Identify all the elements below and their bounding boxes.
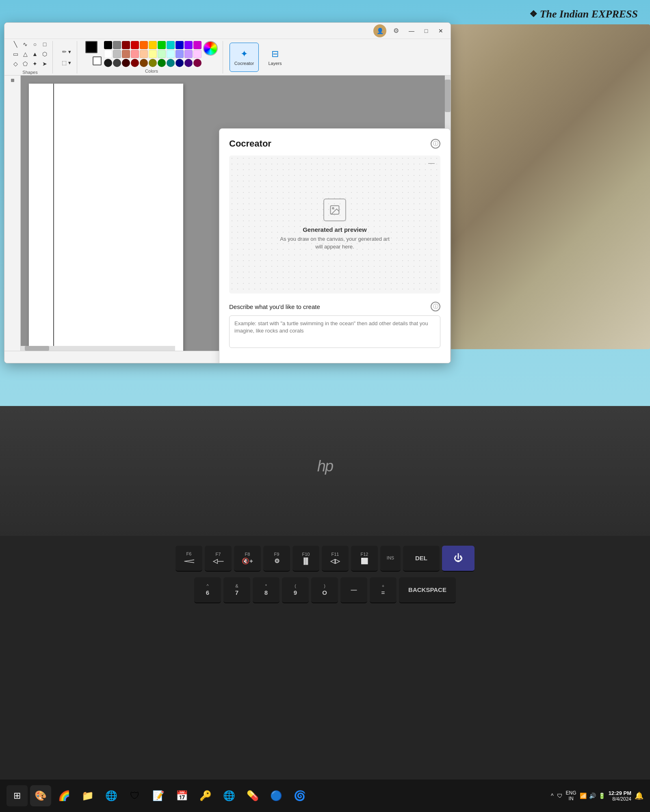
taskbar-icon-key[interactable]: 🔑 (195, 785, 216, 806)
language-indicator[interactable]: ENG IN (566, 790, 576, 802)
key-f10[interactable]: F10 ▐▌ (292, 546, 319, 572)
preview-minimize[interactable]: — (428, 160, 435, 167)
vertical-scrollbar-thumb[interactable] (445, 80, 451, 112)
color-picker-button[interactable] (203, 41, 218, 56)
color-swatch[interactable] (176, 59, 184, 67)
key-ins[interactable]: INS (380, 546, 401, 572)
color-swatch[interactable] (131, 59, 139, 67)
color-swatch[interactable] (184, 59, 193, 67)
line-tool[interactable]: ╲ (11, 40, 20, 49)
taskbar-icon-security[interactable]: 🛡 (124, 785, 145, 806)
key-f11[interactable]: F11 ◁▷ (322, 546, 349, 572)
horizontal-scrollbar-thumb[interactable] (25, 346, 49, 351)
circle-tool[interactable]: ○ (30, 40, 39, 49)
color-swatch[interactable] (104, 50, 112, 58)
color-swatch[interactable] (122, 50, 130, 58)
key-caret-6[interactable]: ^ 6 (194, 577, 221, 603)
color-swatch[interactable] (193, 50, 202, 58)
tray-shield[interactable]: 🛡 (557, 793, 563, 799)
describe-info-button[interactable]: ⓘ (431, 302, 440, 311)
taskbar-icon-swirl[interactable]: 🌀 (289, 785, 310, 806)
cocreator-info-button[interactable]: ⓘ (431, 139, 440, 149)
key-paren9[interactable]: ( 9 (282, 577, 309, 603)
color-swatch[interactable] (113, 41, 121, 49)
triangle2-tool[interactable]: ▲ (30, 50, 39, 58)
color-swatch[interactable] (122, 59, 130, 67)
hexagon-tool[interactable]: ⬠ (21, 59, 30, 68)
key-del[interactable]: DEL (403, 546, 440, 572)
color-swatch[interactable] (140, 41, 148, 49)
avatar-button[interactable]: 👤 (373, 24, 386, 37)
color-swatch[interactable] (131, 50, 139, 58)
rect2-tool[interactable]: ▭ (11, 50, 20, 58)
close-button[interactable]: ✕ (435, 25, 446, 37)
minimize-button[interactable]: — (406, 25, 417, 37)
taskbar-icon-files[interactable]: 📁 (77, 785, 98, 806)
arrow-tool[interactable]: ➤ (40, 59, 49, 68)
color-swatch[interactable] (140, 59, 148, 67)
layers-button[interactable]: ⊟ Layers (260, 43, 290, 72)
taskbar-icon-windows[interactable]: 🌈 (54, 785, 75, 806)
color-swatch[interactable] (184, 50, 193, 58)
key-plus[interactable]: + = (370, 577, 396, 603)
color-swatch[interactable] (149, 50, 157, 58)
key-f8[interactable]: F8 🔇+ (234, 546, 261, 572)
color-swatch[interactable] (167, 50, 175, 58)
color-swatch[interactable] (158, 59, 166, 67)
taskbar-icon-browser[interactable]: 🌐 (219, 785, 240, 806)
key-paren0[interactable]: ) O (311, 577, 338, 603)
wifi-icon[interactable]: 📶 (580, 793, 587, 799)
color-swatch[interactable] (193, 59, 202, 67)
color-swatch[interactable] (149, 59, 157, 67)
color-swatch[interactable] (167, 41, 175, 49)
notification-bell[interactable]: 🔔 (635, 791, 644, 800)
color-swatch[interactable] (176, 41, 184, 49)
color-swatch[interactable] (176, 50, 184, 58)
color-swatch[interactable] (113, 59, 121, 67)
color-swatch[interactable] (193, 41, 202, 49)
color-swatch[interactable] (158, 50, 166, 58)
taskbar-icon-edge[interactable]: 🌐 (101, 785, 122, 806)
key-power[interactable]: ⏻ (442, 546, 474, 572)
key-minus[interactable]: — (340, 577, 367, 603)
diamond-tool[interactable]: ◇ (11, 59, 20, 68)
key-f7[interactable]: F7 ◁— (205, 546, 232, 572)
color-swatch[interactable] (104, 41, 112, 49)
tray-chevron[interactable]: ^ (551, 793, 554, 799)
color-swatch[interactable] (113, 50, 121, 58)
color-swatch[interactable] (104, 59, 112, 67)
drawing-canvas[interactable] (29, 84, 183, 360)
key-f12[interactable]: F12 ⬜ (351, 546, 378, 572)
key-amp-7[interactable]: & 7 (223, 577, 250, 603)
key-star-8[interactable]: * 8 (253, 577, 280, 603)
curve-tool[interactable]: ∿ (21, 40, 30, 49)
taskbar-icon-notepad[interactable]: 📝 (148, 785, 169, 806)
taskbar-icon-paint[interactable]: 🎨 (30, 785, 51, 806)
key-f6[interactable]: F6 𝆒 (176, 546, 202, 572)
small-indicator[interactable] (11, 79, 14, 82)
describe-input[interactable] (229, 315, 440, 348)
volume-icon[interactable]: 🔊 (589, 793, 596, 799)
taskbar-icon-circle[interactable]: 🔵 (266, 785, 287, 806)
taskbar-icon-calendar[interactable]: 📅 (171, 785, 193, 806)
pentagon-tool[interactable]: ⬡ (40, 50, 49, 58)
settings-button[interactable]: ⚙ (390, 24, 403, 37)
color-swatch[interactable] (184, 41, 193, 49)
primary-color-swatch[interactable] (85, 41, 98, 53)
key-f9[interactable]: F9 ⚙ (263, 546, 290, 572)
key-backspace[interactable]: BACKSPACE (399, 577, 456, 603)
stamp-button[interactable]: ⬚ ▾ (59, 58, 74, 67)
color-swatch[interactable] (158, 41, 166, 49)
color-swatch[interactable] (122, 41, 130, 49)
start-button[interactable]: ⊞ (6, 785, 28, 806)
triangle-tool[interactable]: △ (21, 50, 30, 58)
maximize-button[interactable]: □ (420, 25, 432, 37)
color-swatch[interactable] (131, 41, 139, 49)
brush-button[interactable]: ✏ ▾ (60, 47, 74, 56)
battery-icon[interactable]: 🔋 (598, 793, 605, 799)
color-swatch[interactable] (149, 41, 157, 49)
taskbar-icon-pill[interactable]: 💊 (242, 785, 263, 806)
horizontal-scrollbar[interactable] (21, 346, 175, 351)
cocreator-button[interactable]: ✦ Cocreator (230, 43, 259, 72)
clock[interactable]: 12:29 PM 8/4/2024 (609, 790, 631, 802)
